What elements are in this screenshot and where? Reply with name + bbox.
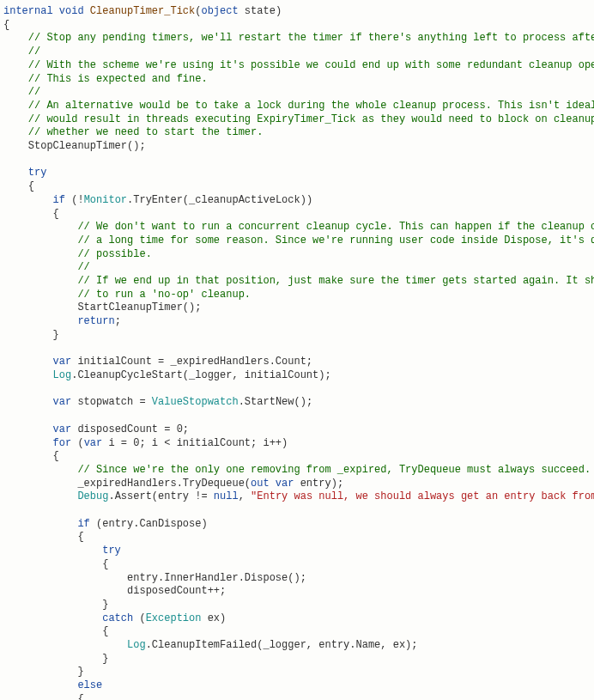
code-block: internal void CleanupTimer_Tick(object s… (0, 0, 594, 700)
